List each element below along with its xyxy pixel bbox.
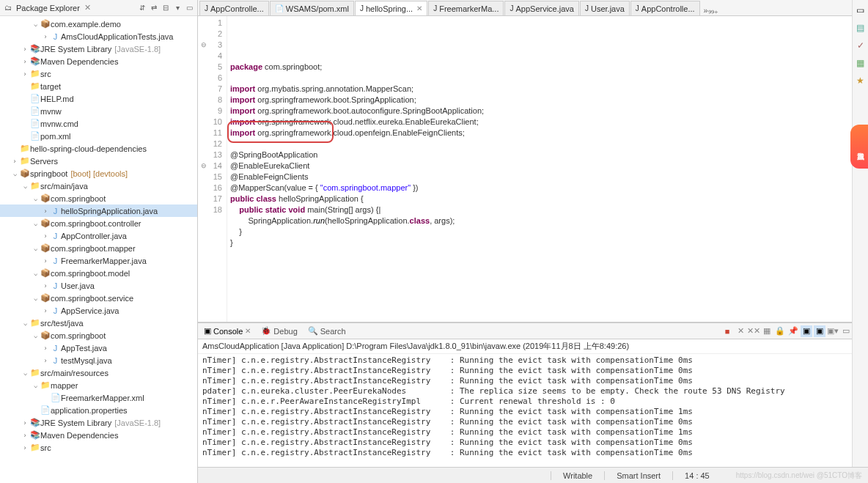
tree-node[interactable]: 📁hello-spring-cloud-dependencies bbox=[0, 142, 197, 155]
expand-icon[interactable]: ⌵ bbox=[31, 245, 40, 252]
editor-tab[interactable]: JhelloSpring...✕ bbox=[355, 1, 427, 15]
remove-launch-icon[interactable]: ✕ bbox=[735, 325, 746, 337]
code-line[interactable]: import org.springframework.boot.autoconf… bbox=[230, 106, 858, 117]
expand-icon[interactable]: ⌵ bbox=[31, 382, 40, 389]
tree-node[interactable]: ›JUser.java bbox=[0, 279, 197, 292]
expand-icon[interactable]: › bbox=[21, 444, 29, 451]
expand-icon[interactable]: ⌵ bbox=[21, 369, 29, 377]
code-line[interactable]: package com.springboot; bbox=[230, 62, 858, 73]
show-console-icon[interactable]: ▣ bbox=[814, 325, 825, 337]
editor-gutter[interactable]: 123⊖4567891011121314⊖15161718 bbox=[198, 16, 227, 322]
code-line[interactable]: import org.springframework.boot.SpringAp… bbox=[230, 95, 858, 106]
tree-node[interactable]: ⌵📦com.springboot.service bbox=[0, 292, 197, 304]
editor-tab[interactable]: JAppControlle... bbox=[630, 1, 700, 15]
console-output[interactable]: nTimer] c.n.e.registry.AbstractInstanceR… bbox=[198, 354, 868, 483]
expand-icon[interactable]: ⌵ bbox=[31, 220, 40, 227]
code-line[interactable]: @SpringBootApplication bbox=[230, 150, 858, 161]
tree-node[interactable]: ⌵📦springboot[boot] [devtools] bbox=[0, 167, 197, 180]
task-list-icon[interactable]: ✓ bbox=[855, 40, 867, 51]
expand-icon[interactable]: › bbox=[21, 432, 29, 439]
tree-node[interactable]: ⌵📁mapper bbox=[0, 379, 197, 391]
editor-tab[interactable]: 📄WSAMS/pom.xml bbox=[270, 1, 354, 15]
expand-icon[interactable]: ⌵ bbox=[21, 182, 29, 190]
tree-node[interactable]: ›📚Maven Dependencies bbox=[0, 55, 197, 67]
tree-node[interactable]: 📄pom.xml bbox=[0, 130, 197, 142]
floating-ad-badge[interactable]: 点我加速 bbox=[850, 125, 868, 169]
remove-all-icon[interactable]: ✕✕ bbox=[748, 325, 760, 337]
expand-icon[interactable]: › bbox=[41, 257, 50, 265]
tree-node[interactable]: ›📁Servers bbox=[0, 155, 197, 167]
tree-node[interactable]: ⌵📁src/main/java bbox=[0, 180, 197, 192]
expand-icon[interactable]: › bbox=[41, 282, 50, 290]
expand-icon[interactable]: › bbox=[41, 33, 50, 40]
code-line[interactable]: @EnableEurekaClient bbox=[230, 161, 858, 172]
code-line[interactable]: import org.mybatis.spring.annotation.Map… bbox=[230, 84, 858, 95]
bottom-tab[interactable]: 🐞Debug bbox=[258, 326, 300, 336]
open-console-icon[interactable]: ▣▾ bbox=[827, 325, 839, 337]
tree-node[interactable]: ⌵📦com.example.demo bbox=[0, 18, 197, 30]
expand-icon[interactable]: › bbox=[41, 307, 50, 314]
code-line[interactable]: } bbox=[230, 237, 858, 248]
display-selected-icon[interactable]: ▣ bbox=[801, 325, 812, 337]
expand-icon[interactable]: ⌵ bbox=[31, 332, 40, 339]
view-menu-icon[interactable]: ▾ bbox=[172, 3, 183, 13]
code-line[interactable]: public static void main(String[] args) {… bbox=[230, 204, 858, 215]
tree-node[interactable]: ›JAppService.java bbox=[0, 304, 197, 317]
tree-node[interactable]: ⌵📁src/main/resources bbox=[0, 366, 197, 379]
expand-icon[interactable]: › bbox=[21, 419, 29, 427]
terminate-icon[interactable]: ■ bbox=[721, 325, 733, 337]
expand-icon[interactable]: › bbox=[41, 207, 50, 215]
tree-node[interactable]: ›📚Maven Dependencies bbox=[0, 429, 197, 441]
expand-icon[interactable]: ⌵ bbox=[31, 270, 40, 277]
code-line[interactable]: import org.springframework.cloud.openfei… bbox=[230, 128, 858, 139]
tree-node[interactable]: ›JtestMysql.java bbox=[0, 354, 197, 366]
code-line[interactable]: @EnableFeignClients bbox=[230, 172, 858, 182]
expand-icon[interactable]: › bbox=[21, 45, 29, 53]
tree-node[interactable]: ›JAppTest.java bbox=[0, 342, 197, 354]
tree-node[interactable]: ⌵📦com.springboot.controller bbox=[0, 217, 197, 229]
close-icon[interactable]: ✕ bbox=[416, 4, 422, 12]
code-line[interactable]: public class helloSpringApplication { bbox=[230, 193, 858, 204]
minimize-view-icon[interactable]: ▭ bbox=[840, 325, 852, 337]
editor-tab[interactable]: JUser.java bbox=[580, 1, 630, 15]
tree-node[interactable]: 📄application.properties bbox=[0, 404, 197, 416]
tree-node[interactable]: ⌵📦com.springboot.model bbox=[0, 267, 197, 279]
code-line[interactable]: SpringApplication.run(helloSpringApplica… bbox=[230, 215, 858, 226]
tree-node[interactable]: ›📚JRE System Library[JavaSE-1.8] bbox=[0, 43, 197, 55]
focus-icon[interactable]: ⊟ bbox=[161, 3, 171, 13]
code-content[interactable]: package com.springboot;import org.mybati… bbox=[227, 16, 858, 322]
fold-marker[interactable]: ⊖ bbox=[199, 40, 208, 51]
collapse-all-icon[interactable]: ⇵ bbox=[137, 3, 147, 13]
tree-node[interactable]: ›📚JRE System Library[JavaSE-1.8] bbox=[0, 416, 197, 429]
expand-icon[interactable]: ⌵ bbox=[21, 320, 29, 327]
editor-tab[interactable]: JAppControlle... bbox=[199, 1, 269, 15]
expand-icon[interactable]: › bbox=[21, 70, 29, 78]
code-line[interactable] bbox=[230, 73, 858, 84]
tree-node[interactable]: ›JAmsCloudApplicationTests.java bbox=[0, 30, 197, 43]
tree-node[interactable]: ›JAppController.java bbox=[0, 229, 197, 242]
pin-console-icon[interactable]: 📌 bbox=[787, 325, 799, 337]
restore-icon[interactable]: ▭ bbox=[855, 4, 867, 16]
tree-node[interactable]: ›📁src bbox=[0, 441, 197, 454]
expand-icon[interactable]: › bbox=[10, 158, 19, 165]
minimize-icon[interactable]: ▭ bbox=[184, 3, 194, 13]
minimap-icon[interactable]: ▦ bbox=[855, 57, 867, 69]
tree-node[interactable]: 📁target bbox=[0, 80, 197, 92]
outline-icon[interactable]: ▤ bbox=[855, 22, 867, 34]
bottom-tab[interactable]: ▣Console✕ bbox=[201, 326, 254, 336]
expand-icon[interactable]: › bbox=[41, 232, 50, 240]
tree-node[interactable]: ›📁src bbox=[0, 67, 197, 80]
close-icon[interactable]: ✕ bbox=[83, 3, 92, 12]
expand-icon[interactable]: ⌵ bbox=[31, 195, 40, 202]
expand-icon[interactable]: › bbox=[41, 357, 50, 364]
close-icon[interactable]: ✕ bbox=[245, 327, 251, 335]
expand-icon[interactable]: ⌵ bbox=[31, 21, 40, 28]
code-line[interactable]: } bbox=[230, 226, 858, 237]
expand-icon[interactable]: ⌵ bbox=[31, 295, 40, 302]
tab-overflow[interactable]: »₉₉₊ bbox=[701, 6, 721, 15]
bookmarks-icon[interactable]: ★ bbox=[855, 75, 867, 86]
clear-console-icon[interactable]: ▦ bbox=[761, 325, 773, 337]
editor-tab[interactable]: JFreemarkerMa... bbox=[428, 1, 504, 15]
tree-node[interactable]: 📄mvnw bbox=[0, 105, 197, 117]
link-with-editor-icon[interactable]: ⇄ bbox=[149, 3, 159, 13]
